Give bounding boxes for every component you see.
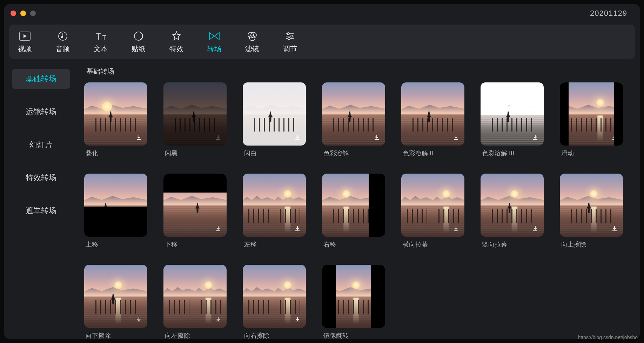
transition-card-movedown[interactable]: 下移 — [163, 174, 227, 249]
svg-marker-1 — [24, 34, 27, 38]
download-icon[interactable] — [372, 132, 382, 142]
transition-card-colordis2[interactable]: 色彩溶解 II — [401, 82, 464, 157]
transition-card-mirror[interactable]: 镜像翻转 — [322, 265, 385, 339]
transition-card-moveleft[interactable]: 左移 — [243, 174, 306, 249]
transition-card-hcurtain[interactable]: 横向拉幕 — [401, 174, 464, 249]
transition-thumb[interactable] — [401, 174, 464, 237]
transition-label: 下移 — [163, 240, 227, 249]
transition-thumb[interactable] — [560, 82, 623, 146]
transition-thumb[interactable] — [84, 265, 147, 328]
sidebar-item-slide[interactable]: 幻灯片 — [12, 135, 70, 155]
sidebar-item-basic[interactable]: 基础转场 — [12, 69, 70, 89]
sidebar-item-fx[interactable]: 特效转场 — [12, 168, 70, 188]
transition-card-moveup[interactable]: 上移 — [84, 174, 147, 249]
download-icon[interactable] — [293, 315, 302, 324]
transition-label: 向左擦除 — [163, 331, 227, 339]
date-label: 20201129 — [590, 9, 633, 18]
transition-thumb[interactable] — [84, 174, 147, 237]
transition-thumb[interactable] — [84, 82, 147, 146]
toolbar-label: 贴纸 — [132, 44, 146, 54]
transition-card-wipeup[interactable]: 向上擦除 — [560, 174, 623, 249]
transition-card-dissolve[interactable]: 叠化 — [84, 82, 147, 157]
transition-thumb[interactable] — [163, 82, 227, 146]
transition-thumb[interactable] — [322, 265, 385, 328]
transition-label: 闪黑 — [163, 149, 227, 157]
download-icon[interactable] — [451, 223, 461, 233]
transition-label: 右移 — [322, 240, 385, 249]
download-icon[interactable] — [530, 223, 540, 233]
transition-label: 滑动 — [560, 149, 623, 157]
toolbar-filter[interactable]: 滤镜 — [244, 30, 260, 54]
toolbar-label: 滤镜 — [245, 44, 259, 54]
transition-thumb[interactable] — [243, 265, 306, 328]
download-icon[interactable] — [530, 132, 540, 142]
download-icon[interactable] — [451, 132, 461, 142]
transition-card-colordis3[interactable]: 色彩溶解 III — [481, 82, 544, 157]
toolbar-effect[interactable]: 特效 — [168, 30, 185, 54]
transition-card-wipedown[interactable]: 向下擦除 — [84, 265, 147, 339]
audio-icon — [58, 30, 68, 42]
transition-label: 向右擦除 — [243, 331, 306, 339]
transition-thumb[interactable] — [481, 82, 544, 146]
download-icon[interactable] — [293, 223, 302, 233]
transition-thumb[interactable] — [322, 174, 385, 237]
transition-label: 色彩溶解 II — [401, 149, 464, 157]
transition-label: 向下擦除 — [84, 331, 147, 339]
toolbar-adjust[interactable]: 调节 — [282, 30, 298, 54]
transition-thumb[interactable] — [163, 265, 227, 328]
text-icon — [95, 30, 107, 42]
video-icon — [19, 30, 31, 42]
transition-thumb[interactable] — [243, 82, 306, 146]
close-window-button[interactable] — [11, 11, 16, 16]
transition-label: 向上擦除 — [560, 240, 623, 249]
transition-label: 上移 — [84, 240, 147, 249]
download-icon[interactable] — [213, 223, 223, 233]
sidebar-item-camera[interactable]: 运镜转场 — [12, 102, 70, 122]
minimize-window-button[interactable] — [20, 11, 26, 16]
app-window: 20201129 视频音频文本贴纸特效转场滤镜调节 基础转场运镜转场幻灯片特效转… — [4, 4, 640, 339]
toolbar-video[interactable]: 视频 — [17, 30, 33, 54]
transition-thumb[interactable] — [560, 174, 623, 237]
maximize-window-button[interactable] — [30, 11, 36, 16]
toolbar-label: 视频 — [18, 44, 32, 54]
transition-thumb[interactable] — [163, 174, 227, 237]
transition-thumb[interactable] — [481, 174, 544, 237]
download-icon[interactable] — [213, 132, 223, 142]
watermark: https://blog.csdn.net/jobsbo — [578, 335, 638, 340]
download-icon[interactable] — [213, 315, 223, 324]
window-controls — [11, 11, 36, 16]
toolbar-text[interactable]: 文本 — [93, 30, 109, 54]
toolbar-label: 文本 — [94, 44, 108, 54]
transition-card-colordis1[interactable]: 色彩溶解 — [322, 82, 385, 157]
trans-icon — [208, 30, 220, 42]
transition-card-wipeleft[interactable]: 向左擦除 — [163, 265, 227, 339]
transition-card-moveright[interactable]: 右移 — [322, 174, 385, 249]
top-toolbar: 视频音频文本贴纸特效转场滤镜调节 — [9, 25, 635, 59]
svg-point-10 — [288, 38, 290, 40]
download-icon[interactable] — [293, 132, 302, 142]
transition-card-vcurtain[interactable]: 竖向拉幕 — [481, 174, 544, 249]
transition-card-flashblack[interactable]: 闪黑 — [163, 82, 227, 157]
sidebar-item-mask[interactable]: 遮罩转场 — [12, 201, 70, 221]
transition-label: 闪白 — [243, 149, 306, 157]
toolbar-trans[interactable]: 转场 — [206, 30, 222, 54]
transition-thumb[interactable] — [243, 174, 306, 237]
toolbar-label: 调节 — [283, 44, 297, 54]
transition-card-flashwhite[interactable]: 闪白 — [243, 82, 306, 157]
transition-card-wiperight[interactable]: 向右擦除 — [243, 265, 306, 339]
toolbar-label: 音频 — [56, 44, 70, 54]
toolbar-label: 转场 — [207, 44, 221, 54]
transition-thumb[interactable] — [322, 82, 385, 146]
transition-card-slide[interactable]: 滑动 — [560, 82, 623, 157]
transition-grid: 叠化闪黑闪白色彩溶解色彩溶解 II色彩溶解 III滑动上移下移左移右移横向拉幕竖… — [84, 82, 629, 339]
download-icon[interactable] — [134, 315, 144, 324]
download-icon[interactable] — [134, 132, 144, 142]
content-area: 基础转场 叠化闪黑闪白色彩溶解色彩溶解 II色彩溶解 III滑动上移下移左移右移… — [78, 59, 640, 339]
transition-thumb[interactable] — [401, 82, 464, 146]
toolbar-sticker[interactable]: 贴纸 — [130, 30, 147, 54]
download-icon[interactable] — [610, 223, 619, 233]
transition-label: 色彩溶解 — [322, 149, 385, 157]
transition-label: 色彩溶解 III — [481, 149, 544, 157]
transition-label: 左移 — [243, 240, 306, 249]
toolbar-audio[interactable]: 音频 — [55, 30, 71, 54]
